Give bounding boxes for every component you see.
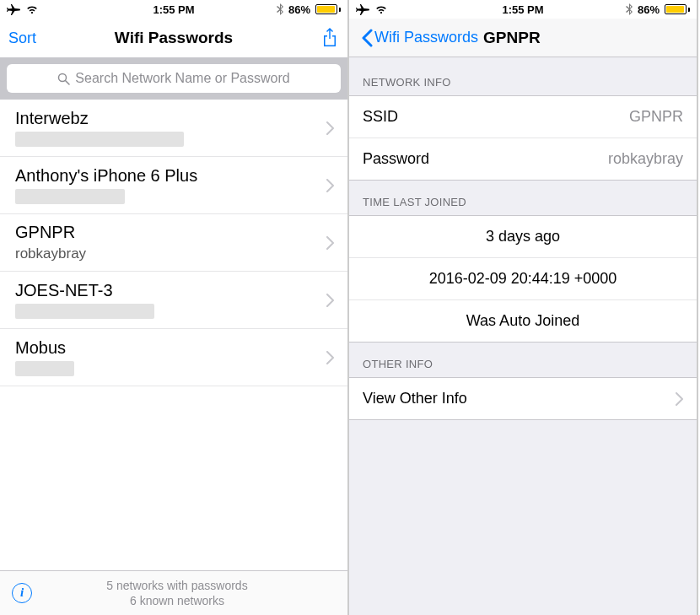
- bluetooth-icon: [277, 3, 283, 15]
- ssid-row: SSID GPNPR: [349, 96, 697, 138]
- share-button[interactable]: [320, 27, 339, 49]
- page-title: GPNPR: [483, 29, 541, 47]
- back-label: Wifi Passwords: [374, 29, 478, 46]
- nav-bar: Wifi Passwords GPNPR: [349, 19, 697, 57]
- auto-joined-row: Was Auto Joined: [349, 300, 697, 342]
- network-password: robkaybray: [15, 245, 326, 262]
- network-ssid: GPNPR: [15, 223, 326, 242]
- footer-line1: 5 networks with passwords: [42, 578, 312, 593]
- ssid-value: GPNPR: [629, 108, 683, 126]
- footer-bar: i 5 networks with passwords 6 known netw…: [0, 570, 347, 615]
- bluetooth-icon: [626, 3, 633, 15]
- section-network-info: NETWORK INFO: [349, 57, 697, 95]
- network-ssid: JOES-NET-3: [15, 281, 326, 300]
- relative-time-row: 3 days ago: [349, 216, 697, 258]
- chevron-right-icon: [326, 236, 334, 250]
- redacted-password: [15, 132, 184, 147]
- sort-button[interactable]: Sort: [8, 30, 36, 47]
- nav-bar: Sort Wifi Passwords: [0, 19, 347, 57]
- battery-icon: [665, 4, 690, 14]
- list-screen: 1:55 PM 86% Sort Wifi Passwords Search N…: [0, 0, 349, 615]
- chevron-right-icon: [326, 179, 334, 192]
- network-row[interactable]: JOES-NET-3: [0, 272, 347, 329]
- chevron-right-icon: [326, 294, 334, 307]
- view-other-info-row[interactable]: View Other Info: [349, 378, 697, 419]
- chevron-right-icon: [326, 121, 334, 135]
- network-row[interactable]: Mobus: [0, 329, 347, 386]
- network-ssid: Mobus: [15, 338, 326, 358]
- view-other-info-label: View Other Info: [363, 390, 467, 407]
- info-icon[interactable]: i: [12, 583, 32, 603]
- battery-icon: [315, 4, 341, 14]
- redacted-password: [15, 189, 125, 204]
- search-icon: [57, 73, 70, 85]
- wifi-icon: [25, 4, 39, 14]
- absolute-time: 2016-02-09 20:44:19 +0000: [429, 270, 617, 288]
- redacted-password: [15, 361, 74, 376]
- network-row[interactable]: Interwebz: [0, 100, 347, 157]
- relative-time: 3 days ago: [486, 228, 560, 245]
- network-ssid: Interwebz: [15, 109, 326, 128]
- chevron-right-icon: [326, 351, 334, 364]
- redacted-password: [15, 304, 154, 319]
- status-bar: 1:55 PM 86%: [349, 0, 697, 19]
- detail-content: NETWORK INFO SSID GPNPR Password robkayb…: [349, 57, 697, 615]
- wifi-icon: [374, 4, 388, 14]
- chevron-right-icon: [675, 392, 683, 406]
- battery-pct: 86%: [638, 3, 660, 16]
- network-ssid: Anthony's iPhone 6 Plus: [15, 166, 326, 186]
- airplane-icon: [7, 3, 20, 15]
- status-bar: 1:55 PM 86%: [0, 0, 347, 19]
- section-time-joined: TIME LAST JOINED: [349, 181, 697, 215]
- ssid-label: SSID: [363, 108, 398, 126]
- search-placeholder: Search Network Name or Password: [75, 71, 289, 86]
- page-title: Wifi Passwords: [0, 29, 347, 47]
- network-list: InterwebzAnthony's iPhone 6 PlusGPNPRrob…: [0, 100, 347, 570]
- absolute-time-row: 2016-02-09 20:44:19 +0000: [349, 258, 697, 300]
- section-other-info: OTHER INFO: [349, 343, 697, 377]
- battery-pct: 86%: [288, 3, 310, 16]
- network-row[interactable]: Anthony's iPhone 6 Plus: [0, 157, 347, 214]
- search-input[interactable]: Search Network Name or Password: [7, 64, 341, 93]
- auto-joined: Was Auto Joined: [466, 312, 579, 330]
- password-label: Password: [363, 150, 429, 168]
- svg-line-1: [66, 80, 70, 84]
- back-button[interactable]: Wifi Passwords: [361, 29, 478, 47]
- footer-line2: 6 known networks: [42, 593, 312, 608]
- airplane-icon: [356, 3, 369, 15]
- password-value: robkaybray: [608, 150, 683, 168]
- password-row: Password robkaybray: [349, 138, 697, 180]
- network-row[interactable]: GPNPRrobkaybray: [0, 214, 347, 272]
- search-bar-wrap: Search Network Name or Password: [0, 57, 347, 100]
- detail-screen: 1:55 PM 86% Wifi Passwords GPNPR NETWORK…: [349, 0, 698, 615]
